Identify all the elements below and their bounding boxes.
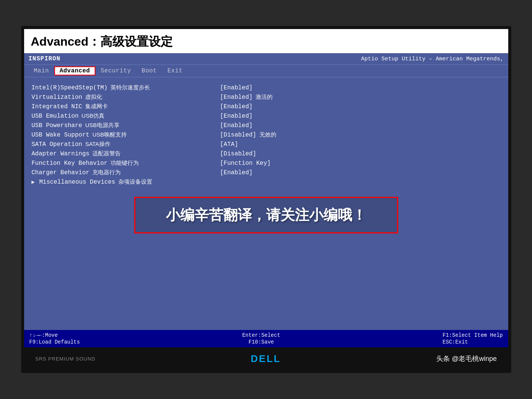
screen: Advanced：高级设置设定 INSPIRON Aptio Setup Uti… <box>21 26 511 373</box>
setting-row-integrated-nic[interactable]: Integrated NIC 集成网卡 [Enabled] <box>32 103 501 110</box>
footer-enter-select: Enter:Select <box>242 332 280 338</box>
footer-right: F1:Select Item Help ESC:Exit <box>443 332 503 345</box>
setting-row-sata[interactable]: SATA Operation SATA操作 [ATA] <box>32 141 501 148</box>
nav-item-advanced[interactable]: Advanced <box>54 66 95 75</box>
settings-table: Intel(R)SpeedStep(TM) 英特尔速度步长 [Enabled] … <box>32 84 501 186</box>
setting-row-charger[interactable]: Charger Behavior 充电器行为 [Enabled] <box>32 169 501 176</box>
setting-row-usb-emulation[interactable]: USB Emulation USB仿真 [Enabled] <box>32 112 501 120</box>
footer-move: ↑↓→←:Move <box>29 332 80 338</box>
page-title: Advanced：高级设置设定 <box>24 29 508 53</box>
bios-header: INSPIRON Aptio Setup Utility – American … <box>24 53 508 65</box>
bios-nav: Main Advanced Security Boot Exit <box>24 65 508 77</box>
bottom-right-text: 头条 @老毛桃winpe <box>436 354 497 363</box>
bottom-center: DELL <box>251 353 281 365</box>
bios-utility-title: Aptio Setup Utility – American Megatrend… <box>361 56 503 62</box>
nav-item-exit[interactable]: Exit <box>162 66 188 75</box>
footer-esc-exit: ESC:Exit <box>443 339 468 345</box>
bottom-left-text: SRS PREMIUM SOUND <box>35 356 95 362</box>
arrow-icon: ▶ <box>32 179 35 185</box>
watermark-box: 小编辛苦翻译，请关注小编哦！ <box>134 197 398 233</box>
setting-row-virtualization[interactable]: Virtualization 虚拟化 [Enabled] 激活的 <box>32 94 501 101</box>
setting-row-adapter-warnings[interactable]: Adapter Warnings 适配器警告 [Disabled] <box>32 150 501 157</box>
footer-f10-save: F10:Save <box>248 339 274 345</box>
nav-item-main[interactable]: Main <box>29 66 54 75</box>
setting-row-speedstep[interactable]: Intel(R)SpeedStep(TM) 英特尔速度步长 [Enabled] <box>32 84 501 91</box>
footer-f1-help: F1:Select Item Help <box>443 332 503 338</box>
setting-row-function-key[interactable]: Function Key Behavior 功能键行为 [Function Ke… <box>32 160 501 167</box>
watermark-text: 小编辛苦翻译，请关注小编哦！ <box>166 207 366 223</box>
footer-load-defaults: F9:Load Defaults <box>29 339 80 345</box>
footer-left: ↑↓→←:Move F9:Load Defaults <box>29 332 80 345</box>
setting-row-usb-wake[interactable]: USB Wake Support USB唤醒支持 [Disabled] 无效的 <box>32 131 501 138</box>
nav-item-security[interactable]: Security <box>95 66 136 75</box>
setting-row-usb-powershare[interactable]: USB Powershare USB电源共享 [Enabled] <box>32 122 501 129</box>
laptop-frame: Advanced：高级设置设定 INSPIRON Aptio Setup Uti… <box>0 0 532 399</box>
bios-screen: INSPIRON Aptio Setup Utility – American … <box>24 53 508 347</box>
bottom-bar: SRS PREMIUM SOUND DELL 头条 @老毛桃winpe <box>24 347 508 370</box>
bios-brand: INSPIRON <box>29 55 61 62</box>
footer-center: Enter:Select F10:Save <box>242 332 280 345</box>
setting-row-misc-devices[interactable]: ▶ Miscellaneous Devices 杂项设备设置 <box>32 178 501 186</box>
dell-logo: DELL <box>251 353 281 365</box>
nav-item-boot[interactable]: Boot <box>136 66 162 75</box>
bios-content: Intel(R)SpeedStep(TM) 英特尔速度步长 [Enabled] … <box>24 77 508 330</box>
bios-footer: ↑↓→←:Move F9:Load Defaults Enter:Select … <box>24 330 508 347</box>
